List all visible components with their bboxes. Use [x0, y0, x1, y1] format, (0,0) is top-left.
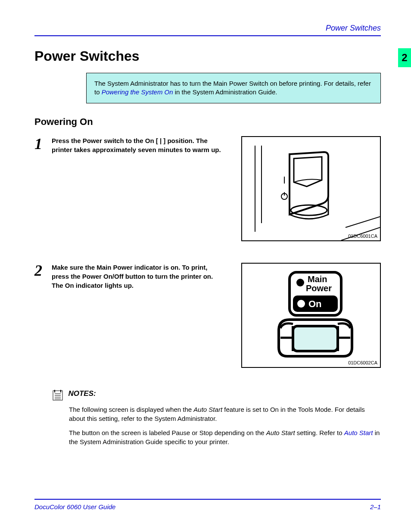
footer-left: DocuColor 6060 User Guide [34, 503, 115, 510]
svg-rect-15 [293, 326, 338, 351]
highlight-text-tail: in the System Administration Guide. [173, 88, 277, 96]
page-header-title: Power Switches [34, 24, 381, 33]
svg-point-13 [297, 300, 305, 308]
power-button-illustration: Main Power On [242, 264, 380, 367]
svg-point-9 [296, 279, 304, 286]
note-text: The following screen is displayed when t… [69, 406, 193, 413]
section-tab: 2 [398, 48, 411, 67]
svg-rect-20 [60, 390, 61, 392]
header-rule [34, 35, 381, 36]
figure-power-switch: 01DC6001CA [241, 136, 381, 241]
footer-rule [34, 499, 381, 500]
note-block: NOTES: The following screen is displayed… [52, 389, 381, 446]
note-body-2: The button on the screen is labeled Paus… [69, 428, 381, 446]
highlight-box: The System Administrator has to turn the… [86, 73, 381, 103]
note-body-1: The following screen is displayed when t… [69, 405, 381, 423]
svg-text:Main: Main [308, 274, 327, 284]
figure-code: 01DC6001CA [348, 233, 377, 239]
step-number: 2 [34, 263, 52, 368]
step-number: 1 [34, 136, 52, 241]
note-icon [52, 389, 64, 403]
svg-text:Power: Power [306, 283, 332, 293]
step-row-2: 2 Make sure the Main Power indicator is … [34, 263, 381, 368]
note-ref-link[interactable]: Auto Start [344, 429, 373, 436]
page-footer: DocuColor 6060 User Guide 2–1 [34, 499, 381, 510]
highlight-text: The System Administrator has to turn the… [94, 79, 373, 97]
figure-code: 01DC6002CA [348, 360, 377, 365]
note-label: NOTES: [68, 389, 96, 398]
highlight-ref-link[interactable]: Powering the System On [102, 88, 173, 96]
figure-power-button: Main Power On 01DC6002CA [241, 263, 381, 368]
svg-line-6 [346, 217, 380, 227]
section-title: Power Switches [34, 48, 381, 64]
footer-right: 2–1 [370, 503, 381, 510]
sub-heading: Powering On [34, 116, 381, 128]
svg-point-2 [291, 205, 327, 215]
svg-rect-19 [54, 390, 55, 392]
note-italic: Auto Start [193, 406, 222, 413]
power-switch-illustration [242, 137, 380, 240]
step-row-1: 1 Press the Power switch to the On [ | ]… [34, 136, 381, 241]
step-text: Make sure the Main Power indicator is on… [52, 263, 224, 368]
note-italic: Auto Start [266, 429, 295, 436]
svg-text:On: On [308, 299, 322, 309]
note-text-tail: setting. Refer to [295, 429, 344, 436]
step-text: Press the Power switch to the On [ | ] p… [52, 136, 224, 241]
note-text: The button on the screen is labeled Paus… [69, 429, 266, 436]
